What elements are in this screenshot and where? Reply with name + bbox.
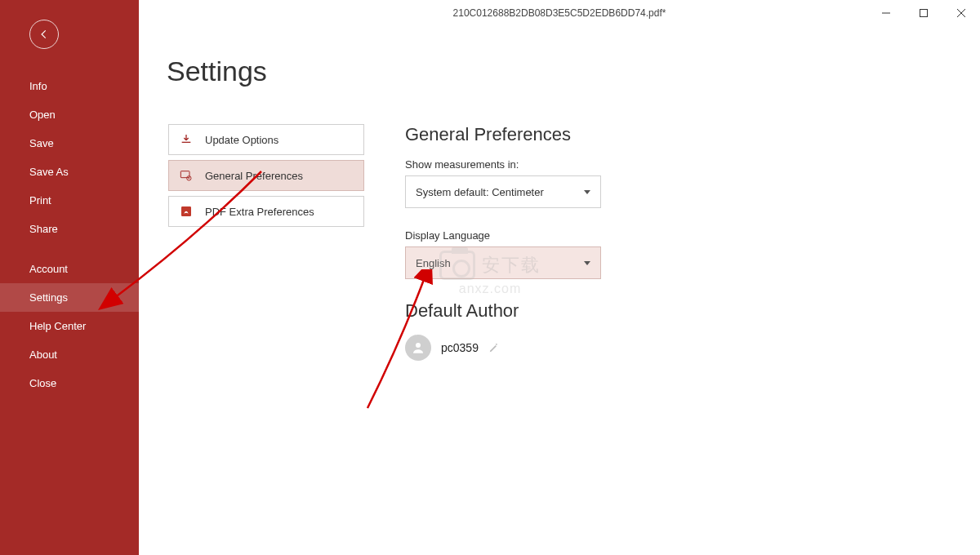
window-controls: [867, 0, 980, 26]
close-icon: [957, 9, 965, 17]
sidebar: Info Open Save Save As Print Share Accou…: [0, 0, 139, 555]
edit-icon[interactable]: [488, 342, 500, 353]
sidebar-nav: Info Open Save Save As Print Share Accou…: [0, 72, 139, 397]
option-label: Update Options: [205, 134, 278, 146]
sidebar-item-open[interactable]: Open: [0, 100, 139, 129]
measurements-value: System default: Centimeter: [416, 186, 544, 198]
sidebar-item-settings[interactable]: Settings: [0, 283, 139, 312]
arrow-left-icon: [38, 29, 50, 40]
chevron-down-icon: [584, 261, 590, 265]
download-icon: [179, 132, 194, 147]
window-title: 210C012688B2DB08D3E5C5D2EDB6DD74.pdf*: [139, 7, 980, 19]
sidebar-item-help-center[interactable]: Help Center: [0, 312, 139, 340]
option-pdf-extra-preferences[interactable]: PDF Extra Preferences: [168, 196, 364, 227]
sidebar-item-close[interactable]: Close: [0, 369, 139, 397]
window-gear-icon: [179, 168, 194, 183]
chevron-down-icon: [584, 190, 590, 194]
svg-rect-1: [920, 10, 928, 17]
language-select[interactable]: English: [405, 246, 601, 279]
minimize-icon: [882, 9, 890, 17]
person-icon: [411, 340, 425, 355]
sidebar-item-save[interactable]: Save: [0, 129, 139, 158]
sidebar-item-account[interactable]: Account: [0, 255, 139, 283]
option-update[interactable]: Update Options: [168, 124, 364, 155]
sidebar-item-info[interactable]: Info: [0, 72, 139, 100]
back-button[interactable]: [29, 20, 59, 49]
svg-point-8: [416, 343, 421, 348]
minimize-button[interactable]: [867, 0, 905, 26]
section-title-general: General Preferences: [405, 124, 830, 145]
settings-options-list: Update Options General Preferences PDF E…: [168, 49, 364, 555]
section-title-author: Default Author: [405, 300, 830, 322]
option-label: General Preferences: [205, 170, 303, 182]
author-name: pc0359: [441, 341, 479, 354]
measurements-label: Show measurements in:: [405, 158, 830, 171]
svg-rect-4: [180, 171, 189, 178]
titlebar: 210C012688B2DB08D3E5C5D2EDB6DD74.pdf*: [139, 0, 980, 26]
preferences-panel: General Preferences Show measurements in…: [405, 49, 830, 555]
svg-point-6: [189, 178, 190, 180]
maximize-button[interactable]: [905, 0, 942, 26]
sidebar-item-save-as[interactable]: Save As: [0, 158, 139, 186]
option-label: PDF Extra Preferences: [205, 206, 314, 218]
author-row: pc0359: [405, 335, 830, 361]
maximize-icon: [920, 9, 928, 17]
language-label: Display Language: [405, 229, 830, 242]
measurements-select[interactable]: System default: Centimeter: [405, 175, 601, 208]
sidebar-item-share[interactable]: Share: [0, 215, 139, 243]
option-general-preferences[interactable]: General Preferences: [168, 160, 364, 191]
pdf-icon: [179, 204, 194, 219]
page-title: Settings: [167, 56, 267, 87]
language-value: English: [416, 257, 451, 269]
close-button[interactable]: [942, 0, 980, 26]
sidebar-item-print[interactable]: Print: [0, 186, 139, 215]
sidebar-item-about[interactable]: About: [0, 340, 139, 369]
avatar: [405, 335, 431, 361]
